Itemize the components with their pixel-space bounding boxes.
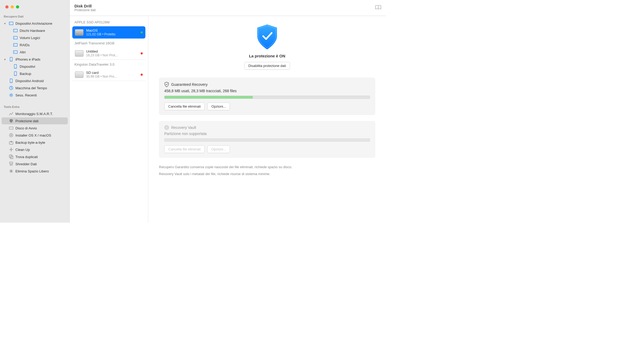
sidebar-label: Dispositivi [20,65,35,69]
status-dot-protected [141,31,143,33]
gr-progress-fill [165,96,253,99]
rv-options-button: Opzioni... [207,145,230,153]
sidebar-item-raids[interactable]: RAIDs [2,41,68,48]
sidebar-item-installer[interactable]: Installer OS X / macOS [2,132,68,139]
sidebar-item-ios-devices[interactable]: Dispositivi [2,63,68,70]
svg-rect-8 [14,51,18,54]
disk-icon [9,126,13,130]
svg-point-13 [15,67,16,68]
sidebar-item-iphones-ipads[interactable]: ▾ iPhones e iPads [2,56,68,63]
gr-stats: 458,8 MB usati, 28,3 MB traccciati, 268 … [164,89,370,93]
sidebar-label: Protezione dati [15,119,39,123]
sidebar-item-shredder[interactable]: Shredder Dati [2,160,68,167]
sidebar-label: Volumi Logici [20,36,40,40]
main-content: La protezione è ON Disabilita protezione… [148,16,386,223]
sidebar-section-tools: Tools Extra [0,104,69,110]
device-list: APPLE SSD AP0128M MacOS 121,02 GB • Prot… [70,16,148,223]
sidebar-item-recent-sessions[interactable]: Sess. Recenti [2,92,68,99]
svg-point-9 [14,52,15,52]
sidebar-label: Backup byte-a-byte [15,141,45,145]
sidebar-item-boot-disk[interactable]: Disco di Avvio [2,125,68,132]
device-subtext: 16,23 GB • Non Prot... [86,53,138,57]
device-name: SD card [86,71,138,75]
sidebar-label: RAIDs [20,43,30,47]
panel-title: Guaranteed Recovery [171,82,208,87]
device-item-sdcard[interactable]: SD card 30,99 GB • Non Pro... [72,69,145,81]
drive-icon [9,21,13,26]
close-window-button[interactable] [5,5,9,9]
device-subtext: 121,02 GB • Protetto [86,32,138,36]
sidebar-label: Shredder Dati [15,162,37,166]
help-button[interactable] [375,5,381,11]
phone-icon [9,79,13,83]
sidebar-item-duplicates[interactable]: Trova duplicati [2,153,68,160]
sidebar-item-storage-devices[interactable]: ▾ Dispositivi Archiviazione [2,20,68,27]
svg-point-15 [15,75,16,75]
external-drive-icon [75,50,83,57]
svg-rect-23 [9,155,12,158]
sidebar-item-data-protection[interactable]: Protezione dati [2,117,68,124]
copy-icon [9,155,13,159]
device-name: MacOS [86,28,138,32]
sidebar-label: Elimina Spazio Libero [15,169,49,173]
hdd-icon [75,29,83,36]
gr-options-button[interactable]: Opzioni... [207,103,230,110]
zoom-window-button[interactable] [16,5,19,9]
gr-clear-deleted-button[interactable]: Cancella file eliminati [164,103,205,110]
drive-icon [13,28,18,33]
svg-rect-25 [10,162,13,164]
phone-icon [9,57,13,61]
sidebar-label: Disco di Avvio [15,126,37,130]
sidebar-item-android[interactable]: Dispositivi Android [2,77,68,84]
device-group-header: APPLE SSD AP0128M [72,18,145,26]
footnote-1: Recupero Garantito conserva copie nascos… [159,164,375,171]
rv-clear-deleted-button: Cancella file eliminati [164,145,205,153]
sidebar-item-free-space[interactable]: Elimina Spazio Libero [2,168,68,175]
shield-icon [9,119,13,123]
sidebar-label: Clean Up [15,148,30,152]
vault-icon [164,125,169,130]
sidebar-label: Installer OS X / macOS [15,133,51,137]
sidebar-section-recovery: Recupero Dati [0,14,69,20]
chart-icon [9,112,13,116]
device-item-macos[interactable]: MacOS 121,02 GB • Protetto [72,26,145,39]
sidebar-label: Dispositivi Archiviazione [15,22,52,26]
expand-icon [9,169,13,173]
disable-protection-button[interactable]: Disabilita protezione dati [244,62,290,70]
rv-stats: Partizione non supportata [164,132,370,136]
device-name: Untitled [86,49,138,53]
sidebar-label: Macchina del Tempo [15,86,47,90]
shredder-icon [9,162,13,166]
drive-icon [13,36,18,40]
sidebar-item-ios-backup[interactable]: Backup [2,70,68,77]
book-icon [375,5,381,10]
drive-icon [13,43,18,47]
status-dot-unprotected [141,52,143,54]
sidebar-label: Dispositivi Android [15,79,44,83]
device-group-header: Kingston DataTraveler 3.0 [72,60,145,69]
sidebar-label: Trova duplicati [15,155,38,159]
device-item-untitled[interactable]: Untitled 16,23 GB • Non Prot... [72,47,145,60]
sidebar-item-time-machine[interactable]: Macchina del Tempo [2,84,68,91]
minimize-window-button[interactable] [11,5,14,9]
sidebar-item-cleanup[interactable]: Clean Up [2,146,68,153]
sidebar-label: Altri [20,50,26,54]
sidebar-item-other[interactable]: Altri [2,49,68,56]
sidebar-item-byte-backup[interactable]: Backup byte-a-byte [2,139,68,146]
traffic-lights [0,2,69,14]
protection-status-title: La protezione è ON [249,54,285,58]
sidebar-item-hardware-disks[interactable]: Dischi Hardware [2,27,68,34]
svg-point-3 [14,30,15,31]
phone-icon [13,71,18,76]
x-circle-icon [9,133,13,137]
sidebar-item-smart[interactable]: Monitoraggio S.M.A.R.T. [2,110,68,117]
svg-rect-4 [14,36,18,39]
clock-icon [9,86,13,90]
sidebar-label: Monitoraggio S.M.A.R.T. [15,112,53,116]
guaranteed-recovery-panel: Guaranteed Recovery 458,8 MB usati, 28,3… [159,78,375,115]
svg-point-17 [11,82,11,82]
svg-point-26 [165,126,169,130]
footnotes: Recupero Garantito conserva copie nascos… [159,164,375,177]
sidebar-item-logical-volumes[interactable]: Volumi Logici [2,34,68,41]
svg-point-1 [10,23,10,24]
